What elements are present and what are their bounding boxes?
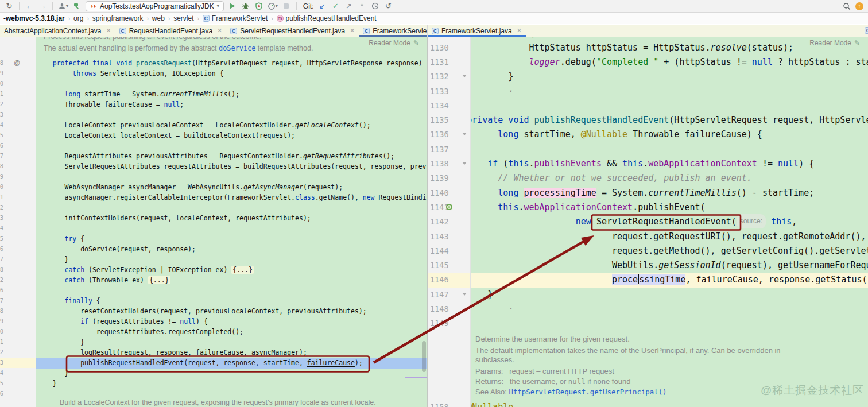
line-number: 1000 bbox=[0, 80, 3, 87]
line-number: 1006 bbox=[0, 142, 3, 149]
code-line: resetContextHolders(request, previousLoc… bbox=[37, 306, 367, 316]
editor-tab[interactable]: AbstractApplicationContext.java✕ bbox=[0, 25, 115, 37]
toolbar-separator bbox=[296, 2, 297, 10]
close-icon[interactable]: ✕ bbox=[517, 27, 522, 34]
debug-bug-icon[interactable] bbox=[241, 1, 250, 11]
line-number: 1018 bbox=[0, 266, 3, 273]
code-line: protected final void processRequest(Http… bbox=[37, 58, 423, 68]
close-icon[interactable]: ✕ bbox=[217, 27, 222, 34]
line-number: 1030 bbox=[0, 328, 3, 335]
breadcrumb-item[interactable]: servlet bbox=[173, 14, 193, 22]
watermark: @稀土掘金技术社区 bbox=[761, 383, 864, 398]
code-line: private void publishRequestHandledEvent(… bbox=[446, 113, 868, 127]
breadcrumb-item[interactable]: org bbox=[73, 14, 83, 22]
code-line: long processingTime = System.currentTime… bbox=[446, 186, 814, 200]
breadcrumb-separator: › bbox=[87, 15, 88, 22]
git-commit-icon[interactable]: ✓ bbox=[331, 1, 340, 11]
rendered-javadoc-line: The default implementation takes the nam… bbox=[475, 346, 781, 355]
rendered-javadoc-line: Build a LocaleContext for the given requ… bbox=[60, 398, 376, 406]
code-line: } bbox=[37, 378, 57, 389]
ide-window: ↻ ← → ▾ AopTests.testAopProgramaticallyJ… bbox=[0, 0, 868, 407]
line-number: 1026 bbox=[0, 286, 3, 293]
code-line: } bbox=[37, 368, 68, 378]
line-number: 1015 bbox=[0, 235, 3, 242]
coverage-icon[interactable] bbox=[254, 1, 264, 11]
fold-marker-icon[interactable] bbox=[462, 75, 467, 77]
toolbar-separator bbox=[19, 2, 20, 10]
close-icon[interactable]: ✕ bbox=[106, 27, 111, 34]
git-update-icon[interactable]: ↙ bbox=[317, 1, 327, 11]
line-number: 1009 bbox=[0, 173, 3, 180]
code-line: doService(request, response); bbox=[37, 244, 196, 254]
fold-marker-icon[interactable] bbox=[462, 162, 467, 165]
close-icon[interactable]: ✕ bbox=[350, 27, 355, 34]
code-line: catch (Throwable ex) {...} bbox=[37, 275, 170, 285]
editor-tab[interactable]: CFrameworkServlet.java✕ bbox=[428, 25, 526, 37]
run-configuration-select[interactable]: AopTests.testAopProgramaticallyJDK ▾ bbox=[86, 1, 224, 11]
fold-marker-icon[interactable] bbox=[462, 133, 467, 135]
sync-icon[interactable]: ↻ bbox=[5, 1, 14, 11]
code-line: HttpStatus httpStatus = HttpStatus.resol… bbox=[446, 41, 793, 55]
code-line: finally { bbox=[37, 296, 100, 306]
rollback-icon[interactable]: ↺ bbox=[383, 1, 393, 11]
code-line: request.getRequestURI(), request.getRemo… bbox=[446, 230, 866, 244]
run-config-label: AopTests.testAopProgramaticallyJDK bbox=[100, 2, 214, 10]
run-button[interactable] bbox=[228, 1, 237, 11]
code-line: WebAsyncManager asyncManager = WebAsyncU… bbox=[37, 182, 343, 192]
editor-tab[interactable]: CFrameworkServlet.java✕ bbox=[359, 25, 428, 37]
vertical-scrollbar-thumb[interactable] bbox=[422, 341, 426, 372]
code-line: // Whether or not we succeeded, publish … bbox=[446, 171, 752, 185]
profile-user-icon[interactable]: ▾ bbox=[58, 1, 68, 11]
annotation-gutter-icon[interactable]: @ bbox=[14, 59, 20, 66]
line-number: 1146 bbox=[430, 275, 449, 284]
code-line: new ServletRequestHandledEvent(source: t… bbox=[446, 215, 797, 230]
editor-left[interactable]: 998@999100010011002100310041005100610071… bbox=[0, 37, 428, 407]
editor-right[interactable]: 1130113111321133113411351136113711381139… bbox=[428, 37, 868, 407]
spring-publish-event-icon[interactable] bbox=[446, 204, 452, 210]
history-clock-icon[interactable] bbox=[370, 1, 379, 11]
line-number: 1007 bbox=[0, 152, 3, 159]
stop-icon[interactable] bbox=[282, 1, 291, 11]
rendered-javadoc-line: subclasses. bbox=[475, 355, 514, 364]
code-line: throws ServletException, IOException { bbox=[37, 68, 223, 79]
git-patch-icon[interactable]: ＊ bbox=[357, 1, 366, 11]
fold-marker-icon[interactable] bbox=[462, 293, 467, 296]
breadcrumb-item[interactable]: -webmvc-5.3.18.jar bbox=[3, 14, 65, 22]
line-number: 1140 bbox=[430, 188, 449, 197]
line-number: 1032 bbox=[0, 348, 3, 355]
code-line: LocaleContext localeContext = buildLocal… bbox=[37, 130, 295, 141]
line-number: 1012 bbox=[0, 204, 3, 211]
editor-tab[interactable]: CServletRequestHandledEvent.java✕ bbox=[226, 25, 359, 37]
update-notification-icon[interactable]: ↑ bbox=[855, 2, 863, 10]
breadcrumb-separator: › bbox=[271, 15, 273, 22]
class-icon: C bbox=[230, 28, 237, 34]
code-line: asyncManager.registerCallableInterceptor… bbox=[37, 192, 428, 203]
breadcrumb-item[interactable]: mpublishRequestHandledEvent bbox=[277, 14, 377, 22]
reader-mode-label: Reader Mode bbox=[369, 39, 410, 47]
method-icon: m bbox=[277, 15, 284, 22]
breadcrumb-item[interactable]: web bbox=[152, 14, 165, 22]
line-number: 1017 bbox=[0, 255, 3, 262]
tab-label: FrameworkServlet.java bbox=[373, 27, 428, 35]
breadcrumb-item[interactable]: CFrameworkServlet bbox=[203, 14, 268, 22]
profiler-icon[interactable]: ▾ bbox=[268, 1, 278, 11]
line-number: 1010 bbox=[0, 183, 3, 190]
back-icon[interactable]: ← bbox=[25, 1, 34, 11]
code-line: } bbox=[37, 337, 84, 347]
editor-tab[interactable]: CRequestHandledEvent.java✕ bbox=[115, 25, 227, 37]
search-icon[interactable] bbox=[842, 1, 851, 11]
code-line: WebUtils.getSessionId(request), getUsern… bbox=[446, 258, 868, 273]
forward-icon[interactable]: → bbox=[38, 1, 47, 11]
tab-label: RequestHandledEvent.java bbox=[129, 27, 212, 35]
git-push-icon[interactable]: ↗ bbox=[344, 1, 353, 11]
reader-mode-toggle[interactable]: Reader Mode ✎ bbox=[809, 39, 860, 47]
code-line: publishRequestHandledEvent(request, resp… bbox=[37, 358, 363, 368]
build-hammer-icon[interactable] bbox=[72, 1, 82, 11]
code-line: LocaleContext previousLocaleContext = Lo… bbox=[37, 120, 371, 130]
breadcrumb-item[interactable]: springframework bbox=[92, 14, 144, 22]
tab-label: FrameworkServlet.java bbox=[441, 27, 512, 35]
line-number: 1142 bbox=[430, 217, 449, 226]
rendered-javadoc-line: The actual event handling is performed b… bbox=[44, 44, 313, 52]
reader-mode-toggle[interactable]: Reader Mode ✎ bbox=[369, 39, 419, 47]
code-line: RequestAttributes previousAttributes = R… bbox=[37, 151, 394, 161]
